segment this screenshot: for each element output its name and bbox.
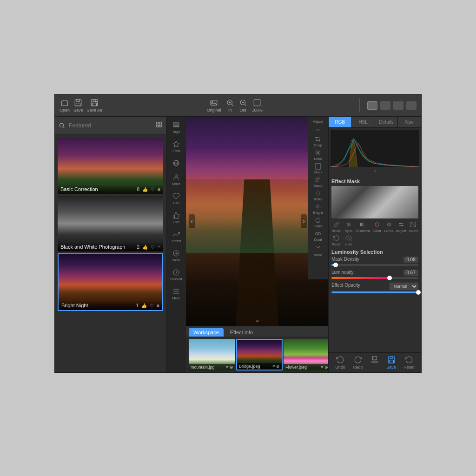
filmstrip-item-flower[interactable]: Flower.jpeg ≡ ⊗ bbox=[284, 339, 328, 370]
svg-point-48 bbox=[347, 223, 350, 226]
adjust-label: Adjust bbox=[313, 119, 323, 124]
svg-point-46 bbox=[318, 232, 320, 235]
quad-view-button[interactable] bbox=[406, 101, 416, 110]
redo-button[interactable]: Redo bbox=[353, 356, 363, 370]
svg-rect-15 bbox=[157, 125, 159, 127]
mask-density-group: Mask Density 0.09 bbox=[331, 257, 418, 266]
nav-like[interactable]: Like bbox=[166, 209, 186, 227]
canvas-area[interactable]: ‹ › Adjust Crop Lens bbox=[186, 117, 328, 326]
zoom-100-button[interactable]: 100% bbox=[252, 99, 263, 112]
tab-rgb[interactable]: RGB bbox=[329, 117, 352, 127]
bright-tool[interactable]: Bright bbox=[313, 203, 323, 215]
filmstrip-item-bridge[interactable]: Bridge.jpeg ≡ ⊗ bbox=[236, 339, 283, 370]
gradient-tool-btn[interactable]: Gradient bbox=[356, 221, 370, 233]
crop-tool[interactable]: Crop bbox=[314, 136, 322, 147]
svg-rect-18 bbox=[173, 125, 179, 125]
mask-tool[interactable]: Mask bbox=[313, 163, 322, 174]
luminosity-thumb[interactable] bbox=[387, 276, 392, 280]
more-label: More bbox=[314, 253, 322, 257]
presets-list: Basic Correction 8 👍 ♡ ≡ bbox=[55, 134, 166, 372]
svg-rect-65 bbox=[389, 360, 393, 363]
nav-featured[interactable]: Feat bbox=[166, 138, 186, 156]
preset-meta-bright-night: 1 👍 ♡ ≡ bbox=[136, 303, 159, 308]
bottom-actions: Undo Redo Save Reset bbox=[329, 352, 421, 372]
adjust-mask-btn[interactable]: Adjust bbox=[396, 221, 406, 233]
histogram-area bbox=[331, 130, 419, 167]
left-panel: Basic Correction 8 👍 ♡ ≡ bbox=[55, 117, 166, 372]
luminosity-value: 0.67 bbox=[403, 270, 418, 276]
grid-view-button[interactable] bbox=[156, 121, 162, 130]
filmstrip-item-mountain[interactable]: mountain.jpg ≡ ⊗ bbox=[189, 339, 235, 370]
lens-tool[interactable]: Lens bbox=[314, 149, 322, 161]
tab-hsl[interactable]: HSL bbox=[352, 117, 375, 127]
color-tool[interactable]: Color bbox=[313, 217, 322, 228]
preset-bw-photograph[interactable]: Black and White Photograph 2 👍 ♡ ≡ bbox=[58, 196, 163, 251]
basic-tool[interactable]: Basic bbox=[313, 176, 323, 188]
mask-density-track[interactable] bbox=[331, 264, 418, 266]
nav-tags[interactable]: Tags bbox=[166, 119, 186, 137]
svg-rect-47 bbox=[331, 130, 419, 167]
svg-point-57 bbox=[399, 223, 400, 224]
invert-mask-btn[interactable]: Invert bbox=[408, 221, 418, 233]
histogram-collapse[interactable]: ⌃ bbox=[329, 169, 421, 176]
svg-point-53 bbox=[377, 224, 378, 225]
stamp-button[interactable] bbox=[370, 356, 379, 370]
search-input[interactable] bbox=[69, 122, 152, 129]
filmstrip-label-bridge: Bridge.jpeg ≡ ⊗ bbox=[237, 363, 282, 370]
dual-view-button[interactable] bbox=[393, 101, 403, 110]
zoom-in-button[interactable]: In bbox=[226, 99, 234, 112]
blurs-tool[interactable]: Blurs bbox=[314, 190, 322, 201]
dual-tool[interactable]: Dual bbox=[314, 230, 322, 242]
tab-details[interactable]: Details bbox=[375, 117, 398, 127]
zoom-out-button[interactable]: Out bbox=[239, 99, 247, 112]
reset-action-button[interactable]: Reset bbox=[403, 356, 415, 370]
preset-meta-basic: 8 👍 ♡ ≡ bbox=[137, 187, 160, 192]
color-mask-btn[interactable]: Color bbox=[372, 221, 382, 233]
blend-mode-select[interactable]: Normal Multiply Screen Overlay bbox=[390, 283, 418, 290]
svg-point-45 bbox=[316, 232, 318, 235]
svg-point-52 bbox=[376, 224, 377, 225]
svg-rect-11 bbox=[254, 99, 261, 106]
toolbar-view-group: Original In Out bbox=[118, 99, 352, 112]
brush-tool-btn[interactable]: Brush bbox=[331, 221, 342, 233]
nav-favorites[interactable]: Fav bbox=[166, 190, 186, 208]
svg-rect-61 bbox=[372, 357, 377, 360]
tab-effect-info[interactable]: Effect Info bbox=[225, 328, 258, 337]
effect-opacity-track[interactable] bbox=[331, 291, 418, 293]
reset-mask-btn[interactable]: Reset bbox=[331, 235, 342, 246]
adjust-down-icon[interactable] bbox=[314, 244, 322, 251]
nav-trending[interactable]: Trend bbox=[166, 228, 186, 246]
adjust-up-icon[interactable] bbox=[314, 126, 322, 134]
save-as-button[interactable]: + Save As bbox=[87, 99, 102, 112]
canvas-next-button[interactable]: › bbox=[301, 214, 307, 228]
effect-opacity-thumb[interactable] bbox=[416, 290, 421, 295]
nav-globe[interactable] bbox=[166, 157, 186, 170]
split-view-button[interactable] bbox=[380, 101, 390, 110]
filmstrip-tabs: Workspace Effect Info bbox=[186, 326, 328, 337]
canvas-prev-button[interactable]: ‹ bbox=[189, 214, 195, 228]
tab-nav[interactable]: Nav bbox=[398, 117, 421, 127]
svg-rect-64 bbox=[390, 357, 393, 359]
luminosity-track[interactable] bbox=[331, 277, 418, 279]
effect-opacity-fill bbox=[331, 291, 418, 293]
open-button[interactable]: Open bbox=[60, 99, 70, 112]
svg-rect-1 bbox=[77, 99, 79, 102]
expand-chevron[interactable]: ⌄ bbox=[254, 315, 260, 324]
mask-density-thumb[interactable] bbox=[333, 263, 338, 267]
preset-basic-correction[interactable]: Basic Correction 8 👍 ♡ ≡ bbox=[58, 138, 163, 194]
preset-bright-night[interactable]: Bright Night 1 👍 ♡ ≡ bbox=[58, 253, 163, 311]
save-action-button[interactable]: Save bbox=[386, 356, 396, 370]
nav-more[interactable]: More bbox=[166, 285, 186, 303]
nav-new[interactable]: New bbox=[166, 247, 186, 265]
save-button[interactable]: Save bbox=[73, 99, 83, 112]
effect-mask-title: Effect Mask bbox=[331, 178, 418, 184]
hide-mask-btn[interactable]: Hide bbox=[344, 235, 354, 246]
luma-tool-btn[interactable]: Luma bbox=[384, 221, 394, 233]
original-button[interactable]: Original bbox=[207, 99, 221, 112]
single-view-button[interactable] bbox=[367, 101, 377, 110]
nav-mine[interactable]: Mine bbox=[166, 171, 186, 189]
nav-recent[interactable]: Recent bbox=[166, 266, 186, 284]
spot-tool-btn[interactable]: Spot bbox=[344, 221, 354, 233]
undo-button[interactable]: Undo bbox=[335, 356, 345, 370]
tab-workspace[interactable]: Workspace bbox=[189, 328, 224, 337]
